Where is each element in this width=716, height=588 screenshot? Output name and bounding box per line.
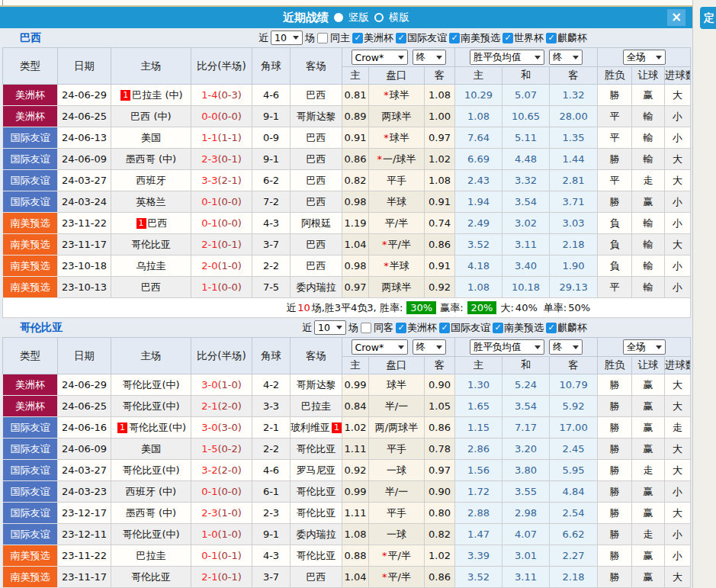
checkbox-checked-icon[interactable]: ✓ (546, 33, 557, 43)
checkbox-checked-icon[interactable]: ✓ (439, 323, 450, 333)
euro-draw-odds-cell: 5.11 (502, 127, 550, 149)
odds-period-select[interactable]: 终 (549, 339, 583, 355)
handicap-result-cell: 赢 (632, 417, 665, 439)
competition-cell: 南美预选 (3, 567, 58, 588)
goals-result-cell: 大 (665, 396, 691, 417)
match-count-select[interactable]: 10 (271, 31, 303, 45)
cup-filter[interactable]: ✓南美预选 (449, 31, 500, 45)
date-cell: 24-06-25 (58, 106, 111, 127)
checkbox-checked-icon[interactable]: ✓ (449, 33, 460, 43)
away-team-cell: 巴西 (291, 85, 342, 106)
handicap-cell: 球半 (369, 374, 425, 396)
checkbox-checked-icon[interactable]: ✓ (396, 323, 406, 333)
result-cell: 平 (598, 106, 632, 127)
handicap-cell: 平手 (369, 170, 425, 191)
sections-host: 巴西近10场同主✓美洲杯✓国际友谊✓南美预选✓世界杯✓麒麟杯类型日期主场比分(半… (0, 28, 692, 588)
vertical-view-label[interactable]: 竖版 (348, 11, 369, 24)
filter-bar: 近10场同客✓美洲杯✓国际友谊✓南美预选✓麒麟杯 (302, 320, 587, 335)
vertical-radio-selected-icon[interactable] (334, 13, 343, 22)
star-icon: * (377, 153, 383, 165)
cup-filter[interactable]: ✓国际友谊 (439, 321, 490, 335)
book-period-select[interactable]: 终 (413, 50, 446, 65)
book-period-select[interactable]: 终 (413, 339, 446, 355)
euro-draw-odds-cell: 3.32 (502, 170, 550, 191)
home-team-cell: 墨西哥 (中) (111, 503, 191, 524)
odds-period-select[interactable]: 终 (549, 50, 583, 65)
column-header: 主场 (111, 338, 191, 374)
date-cell: 24-03-27 (58, 170, 111, 191)
cup-label: 国际友谊 (407, 31, 447, 45)
select-caret-icon (436, 56, 442, 59)
bookmaker-select[interactable]: Crow* (352, 339, 408, 355)
checkbox-checked-icon[interactable]: ✓ (352, 33, 363, 43)
cup-filter[interactable]: ✓美洲杯 (396, 321, 437, 335)
euro-draw-odds-cell: 3.54 (502, 191, 550, 213)
match-row: 美洲杯24-06-291巴拉圭 (中)1-4(0-3)4-6巴西0.81*球半1… (3, 85, 691, 106)
euro-draw-odds-cell: 3.54 (502, 396, 550, 417)
goals-result-cell: 小 (665, 191, 691, 213)
home-team-cell: 哥伦比亚 (111, 234, 191, 255)
euro-draw-odds-cell: 3.55 (502, 481, 550, 503)
euro-draw-odds-cell: 3.80 (502, 460, 550, 481)
side-button[interactable]: 定 (700, 7, 716, 29)
section-header: 哥伦比亚近10场同客✓美洲杯✓国际友谊✓南美预选✓麒麟杯 (0, 318, 692, 337)
horizontal-view-label[interactable]: 横版 (389, 11, 409, 24)
checkbox-checked-icon[interactable]: ✓ (502, 33, 513, 43)
result-cell: 勝 (598, 396, 632, 417)
handicap-result-cell: 走 (632, 524, 665, 545)
away-team-cell: 巴西 (291, 191, 342, 213)
checkbox-checked-icon[interactable]: ✓ (546, 323, 557, 333)
odds-type-select[interactable]: 胜平负均值 (470, 50, 544, 65)
home-team-cell: 哥伦比亚(中) (111, 460, 191, 481)
asian-away-odds-cell: 1.05 (425, 396, 455, 417)
team-name: 哥伦比亚 (20, 321, 63, 335)
euro-away-odds-cell: 10.79 (550, 374, 598, 396)
bookmaker-select[interactable]: Crow* (352, 50, 408, 65)
cup-filter[interactable]: ✓麒麟杯 (546, 31, 587, 45)
star-icon: * (382, 239, 387, 250)
checkbox-checked-icon[interactable]: ✓ (493, 323, 503, 333)
corners-cell: 3-7 (252, 234, 291, 255)
euro-draw-odds-cell: 2.98 (502, 503, 550, 524)
cup-filter[interactable]: ✓国际友谊 (396, 31, 447, 45)
competition-cell: 南美预选 (3, 545, 58, 567)
asian-home-odds-cell: 0.99 (342, 481, 369, 503)
close-icon[interactable]: × (667, 9, 685, 26)
cup-filter[interactable]: ✓美洲杯 (352, 31, 393, 45)
goals-result-cell: 大 (665, 170, 691, 191)
handicap-result-cell: 赢 (632, 374, 665, 396)
scope-select[interactable]: 全场 (623, 50, 666, 65)
handicap-result-cell: 走 (632, 460, 665, 481)
handicap-cell: 半/一 (369, 481, 425, 503)
goals-result-cell: 大 (665, 503, 691, 524)
cup-filter[interactable]: ✓麒麟杯 (546, 321, 587, 335)
score-cell: 0-1(0-0) (191, 481, 252, 503)
euro-away-odds-cell: 4.84 (550, 481, 598, 503)
same-venue-checkbox[interactable] (317, 33, 328, 43)
checkbox-checked-icon[interactable]: ✓ (396, 33, 406, 43)
euro-home-odds-cell: 1.30 (455, 374, 502, 396)
select-caret-icon (398, 345, 404, 349)
score-cell: 2-3(0-1) (191, 149, 252, 170)
win-rate-badge: 30% (406, 301, 436, 314)
cup-filter[interactable]: ✓南美预选 (493, 321, 544, 335)
goals-result-cell: 小 (665, 277, 691, 298)
cup-filter[interactable]: ✓世界杯 (502, 31, 544, 45)
euro-draw-odds-cell: 5.07 (502, 85, 550, 106)
star-icon: * (382, 571, 387, 583)
odds-type-select[interactable]: 胜平负均值 (470, 339, 544, 355)
score-cell: 1-1(0-0) (191, 277, 252, 298)
handicap-result-cell: 輸 (632, 127, 665, 149)
same-venue-checkbox[interactable] (361, 323, 371, 333)
match-count-select[interactable]: 10 (314, 320, 346, 335)
euro-home-odds-cell: 7.64 (455, 127, 502, 149)
home-team-cell: 美国 (111, 439, 191, 460)
euro-home-odds-cell: 3.39 (455, 545, 502, 567)
match-row: 国际友谊24-06-13美国1-1(1-1)0-9巴西0.91*球半0.977.… (3, 127, 691, 149)
corners-cell: 3-3 (252, 396, 291, 417)
competition-cell: 美洲杯 (3, 374, 58, 396)
euro-home-odds-cell: 3.52 (455, 234, 502, 255)
scope-select[interactable]: 全场 (623, 339, 666, 355)
horizontal-radio-icon[interactable] (374, 13, 384, 22)
home-team-cell: 哥伦比亚(中) (111, 396, 191, 417)
